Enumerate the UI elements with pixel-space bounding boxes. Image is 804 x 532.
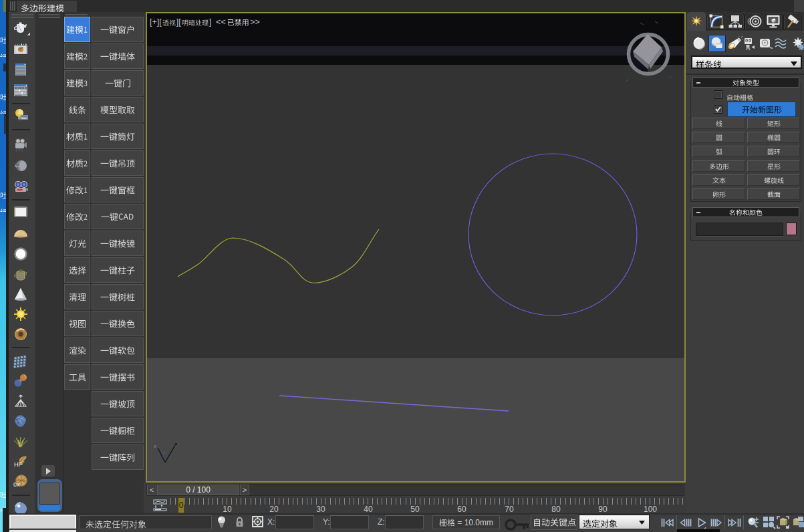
svg-text:x: x — [154, 443, 156, 449]
svg-text:z: z — [163, 450, 166, 456]
svg-text:0x: 0x — [13, 481, 20, 488]
svg-text:HF: HF — [14, 461, 22, 468]
